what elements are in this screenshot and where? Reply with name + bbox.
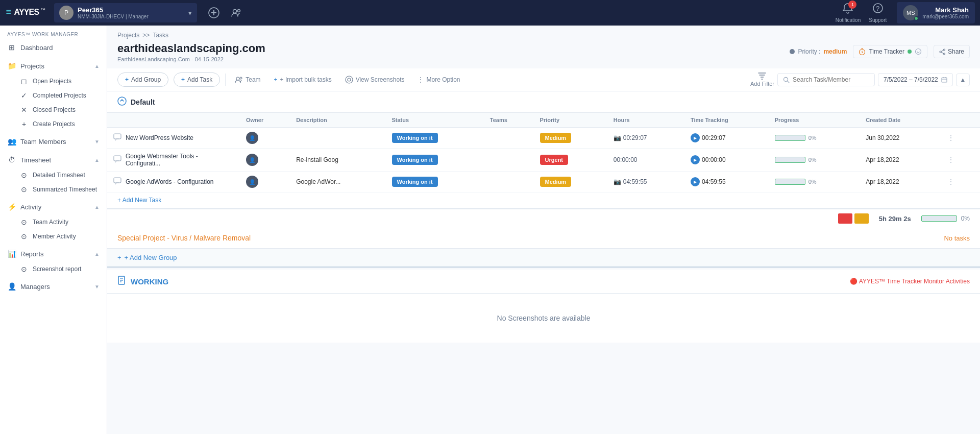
filter-area: Add Filter 7/5/2022 – 7/5/2022 ▲ [750,73,970,87]
col-created-date: Created Date [860,113,939,128]
sidebar-item-team-activity[interactable]: ⊙ Team Activity [14,215,107,229]
sidebar-section-timesheet: ⏱ Timesheet ▲ ⊙ Detailed Timesheet ⊙ Sum… [0,152,107,197]
add-group-plus-icon: + [125,76,129,83]
hours-value: 04:59:55 [623,178,647,185]
sidebar-item-closed-projects[interactable]: ✕ Closed Projects [14,103,107,117]
task-name[interactable]: New WordPress Website [126,134,193,141]
user-info: Mark Shah mark@peer365.com [922,6,969,19]
time-tracker-icon [859,48,866,55]
col-hours: Hours [607,113,684,128]
date-range-picker[interactable]: 7/5/2022 – 7/5/2022 [878,73,953,86]
task-name[interactable]: Google AdWords - Configuration [126,178,214,185]
sidebar-item-open-projects[interactable]: ◻ Open Projects [14,74,107,88]
priority-cell-badge[interactable]: Medium [540,133,572,143]
task-teams [484,128,534,149]
row-menu-button[interactable]: ⋮ [945,155,957,164]
color-block-red [838,213,852,224]
support-item[interactable]: ? Support [869,3,887,23]
logo-area[interactable]: ≡ AYYES ™ [5,5,46,21]
play-button[interactable]: ▶ [691,133,700,142]
row-menu-button[interactable]: ⋮ [945,133,957,142]
activity-label: Activity [20,203,41,211]
import-bulk-label: + Import bulk tasks [280,76,332,83]
notification-area: 1 Notification ? Support [836,3,887,23]
filter-button[interactable]: Add Filter [750,73,774,87]
add-button[interactable] [206,5,222,20]
sidebar-item-completed-projects[interactable]: ✓ Completed Projects [14,88,107,103]
sidebar-item-summarized-timesheet[interactable]: ⊙ Summarized Timesheet [14,182,107,197]
share-button[interactable]: Share [934,45,970,58]
task-chat-icon[interactable] [113,155,121,165]
status-badge[interactable]: Working on it [392,177,438,187]
add-group-button[interactable]: + Add Group [117,73,168,87]
sidebar-item-create-projects[interactable]: + Create Projects [14,117,107,131]
priority-cell-badge[interactable]: Medium [540,177,572,187]
notification-item[interactable]: 1 Notification [836,3,861,23]
status-badge[interactable]: Working on it [392,155,438,165]
import-bulk-action[interactable]: + + Import bulk tasks [270,74,336,85]
totals-progress: 0% [921,215,970,222]
team-action[interactable]: Team [231,74,264,86]
group-toggle-default[interactable] [117,97,127,107]
working-doc-icon [117,276,127,287]
add-new-group-plus: + [117,254,121,261]
task-row-actions: ⋮ [939,172,980,192]
sidebar-item-team-members[interactable]: 👥 Team Members ▼ [0,133,107,150]
sidebar-item-dashboard[interactable]: ⊞ Dashboard [0,39,107,56]
sidebar-item-detailed-timesheet[interactable]: ⊙ Detailed Timesheet [14,168,107,182]
sidebar-item-managers[interactable]: 👤 Managers ▼ [0,278,107,295]
sidebar-item-screenshot-report[interactable]: ⊙ Screenshot report [14,262,107,276]
dashboard-icon: ⊞ [7,43,16,52]
priority-dot [790,49,795,54]
task-name[interactable]: Google Webmaster Tools - Configurati... [126,153,234,167]
add-task-button[interactable]: + Add Task [174,73,220,87]
toolbar-divider-1 [225,74,226,86]
progress-label: 0% [808,135,817,141]
no-screenshots-message: No Screenshots are available [107,294,980,343]
team-icon [235,76,243,84]
add-new-group-button[interactable]: + + Add New Group [117,254,177,261]
user-area[interactable]: MS Mark Shah mark@peer365.com [897,2,975,23]
sidebar-item-activity[interactable]: ⚡ Activity ▲ [0,199,107,215]
users-button[interactable] [229,5,244,20]
sidebar-item-reports[interactable]: 📊 Reports ▲ [0,246,107,262]
add-task-cell[interactable]: + Add New Task [107,192,980,208]
task-status: Working on it [386,172,484,192]
working-title-area: WORKING [117,276,168,287]
svg-point-19 [348,78,351,81]
breadcrumb-separator: >> [142,32,150,39]
view-screenshots-action[interactable]: View Screenshots [341,74,409,86]
svg-point-17 [236,77,239,80]
row-menu-button[interactable]: ⋮ [945,177,957,186]
task-time-tracking: ▶ 04:59:55 [684,172,769,192]
reports-chevron-icon: ▲ [94,251,100,257]
sidebar-item-member-activity[interactable]: ⊙ Member Activity [14,229,107,244]
task-status: Working on it [386,128,484,149]
time-tracker-button[interactable]: Time Tracker [853,45,927,58]
workspace-name: Peer365 [78,6,184,14]
task-chat-icon[interactable] [113,177,121,187]
sidebar-item-timesheet[interactable]: ⏱ Timesheet ▲ [0,152,107,168]
collapse-button[interactable]: ▲ [956,74,970,86]
notification-label: Notification [836,17,861,23]
task-chat-icon[interactable] [113,133,121,143]
priority-cell-badge[interactable]: Urgent [540,155,568,165]
table-row: Google AdWords - Configuration 👤 Google … [107,172,980,192]
create-projects-label: Create Projects [33,120,75,128]
breadcrumb: Projects >> Tasks [107,26,980,39]
top-navigation: ≡ AYYES ™ P Peer365 NMM-30JIA-DHECV | Ma… [0,0,980,26]
workspace-selector[interactable]: P Peer365 NMM-30JIA-DHECV | Manager ▾ [54,3,197,22]
special-project-row[interactable]: Special Project - Virus / Malware Remova… [107,228,980,249]
toolbar: + Add Group + Add Task Team + + Import b… [107,68,980,91]
task-created-date: Jun 30,2022 [860,128,939,149]
managers-icon: 👤 [7,282,16,291]
play-button[interactable]: ▶ [691,155,700,164]
more-options-action[interactable]: ⋮ More Option [413,74,464,85]
user-avatar: MS [903,5,918,20]
breadcrumb-projects[interactable]: Projects [117,32,139,39]
search-input[interactable] [793,76,869,83]
sidebar-item-projects[interactable]: 📁 Projects ▲ [0,58,107,74]
status-badge[interactable]: Working on it [392,133,438,143]
projects-chevron-icon: ▲ [94,63,100,69]
play-button[interactable]: ▶ [691,177,700,186]
